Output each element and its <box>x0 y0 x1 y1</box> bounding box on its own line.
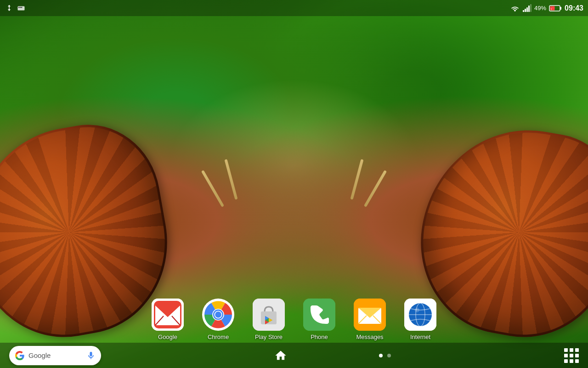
status-bar: 49% ! 09:43 <box>0 0 588 16</box>
page-dot-2 <box>387 354 391 357</box>
messages-app-label: Messages <box>356 334 383 340</box>
svg-rect-0 <box>18 6 25 10</box>
page-dot-1 <box>379 354 383 357</box>
svg-text:!: ! <box>551 8 552 11</box>
home-button[interactable] <box>274 349 287 362</box>
status-left-icons <box>5 4 26 12</box>
nav-bar: Google <box>0 343 588 368</box>
playstore-app-label: Play Store <box>255 334 283 340</box>
status-right-icons: 49% ! 09:43 <box>510 4 583 12</box>
svg-rect-2 <box>20 7 21 8</box>
apps-grid-button[interactable] <box>564 343 579 368</box>
google-g-icon <box>15 351 25 361</box>
wifi-icon <box>510 4 520 12</box>
svg-point-18 <box>215 311 221 318</box>
playstore-icon-img <box>253 299 285 331</box>
google-app-label: Google <box>158 334 177 340</box>
messages-icon-img <box>354 299 386 331</box>
app-icon-chrome[interactable]: Chrome <box>202 299 234 340</box>
svg-rect-20 <box>261 311 277 324</box>
app-icon-playstore[interactable]: Play Store <box>253 299 285 340</box>
app-icon-google[interactable]: Google <box>152 299 184 340</box>
grid-dots-icon <box>564 348 579 363</box>
mic-icon[interactable] <box>86 351 96 360</box>
chrome-icon-img <box>202 299 234 331</box>
signal-icon <box>523 5 531 12</box>
chrome-app-label: Chrome <box>208 334 229 340</box>
svg-rect-1 <box>18 7 19 8</box>
internet-icon-img <box>404 299 436 331</box>
usb-icon <box>5 4 14 12</box>
search-bar-text: Google <box>28 351 51 359</box>
battery-text: 49% <box>534 5 546 12</box>
app-icon-internet[interactable]: Internet <box>404 299 436 340</box>
mtp-icon <box>17 4 26 12</box>
svg-point-35 <box>415 308 419 312</box>
google-icon-img <box>152 299 184 331</box>
svg-rect-5 <box>560 7 561 10</box>
battery-icon: ! <box>549 5 562 12</box>
phone-app-label: Phone <box>311 334 328 340</box>
status-time: 09:43 <box>565 4 583 12</box>
page-indicators <box>379 349 391 362</box>
phone-icon-img <box>303 299 335 331</box>
search-bar[interactable]: Google <box>9 346 101 365</box>
app-icon-messages[interactable]: Messages <box>354 299 386 340</box>
svg-rect-3 <box>21 7 22 8</box>
app-icons-row: Google Chrome <box>0 299 588 340</box>
app-icon-phone[interactable]: Phone <box>303 299 335 340</box>
internet-app-label: Internet <box>410 334 430 340</box>
home-icon <box>274 349 287 362</box>
